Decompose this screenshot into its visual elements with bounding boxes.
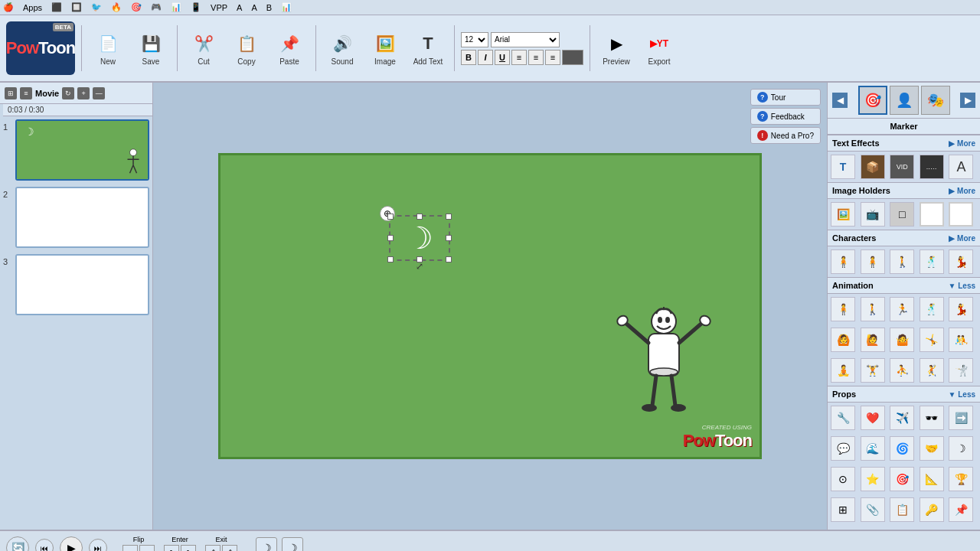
image-holder-2[interactable]: 📺 bbox=[861, 202, 885, 227]
menu-icon[interactable]: — bbox=[93, 87, 105, 99]
prop-9[interactable]: 🤝 bbox=[920, 436, 944, 461]
animation-less[interactable]: ▼ Less bbox=[949, 282, 975, 290]
canvas[interactable]: ⊕ ☽ ⤢ bbox=[218, 153, 762, 459]
add-text-button[interactable]: T Add Text bbox=[408, 21, 448, 75]
text-effect-5[interactable]: A bbox=[949, 155, 973, 179]
anim-5[interactable]: 💃 bbox=[949, 297, 973, 321]
resize-handle-bl[interactable] bbox=[387, 256, 394, 262]
enter-icon-1[interactable]: ⤵ bbox=[164, 545, 179, 551]
export-button[interactable]: ▶YT Export bbox=[639, 21, 679, 75]
anim-4[interactable]: 🕺 bbox=[920, 297, 944, 321]
scene-thumb-1[interactable]: ☽ bbox=[15, 119, 149, 181]
menu-icon-10[interactable]: A bbox=[237, 3, 242, 12]
preview-button[interactable]: ▶ Preview bbox=[596, 21, 636, 75]
font-family-select[interactable]: Arial bbox=[491, 32, 560, 47]
menu-icon-4[interactable]: 🔥 bbox=[111, 2, 122, 12]
anim-2[interactable]: 🚶 bbox=[861, 297, 885, 321]
grid-icon[interactable]: ⊞ bbox=[5, 87, 17, 99]
image-button[interactable]: 🖼️ Image bbox=[365, 21, 405, 75]
text-effect-1[interactable]: T bbox=[831, 155, 855, 179]
text-effect-4[interactable]: ..… bbox=[920, 155, 944, 179]
anim-9[interactable]: 🤸 bbox=[920, 328, 944, 352]
timeline-icon-moon[interactable]: ☽ bbox=[256, 537, 277, 551]
scene-item-2[interactable]: 2 bbox=[3, 187, 149, 248]
move-arrows-icon[interactable]: ⤢ bbox=[416, 261, 423, 272]
scene-thumb-2[interactable] bbox=[15, 187, 149, 248]
underline-button[interactable]: U bbox=[495, 50, 510, 65]
step-forward-button[interactable]: ⏭ bbox=[89, 539, 107, 551]
image-holder-3[interactable]: □ bbox=[890, 202, 914, 227]
char-1[interactable]: 🧍 bbox=[831, 249, 855, 274]
prop-17[interactable]: 📎 bbox=[861, 497, 885, 522]
prop-13[interactable]: 🎯 bbox=[890, 467, 914, 491]
prop-10[interactable]: ☽ bbox=[949, 436, 973, 461]
resize-handle-ml[interactable] bbox=[387, 235, 394, 241]
resize-handle-mr[interactable] bbox=[446, 235, 452, 241]
resize-handle-tr[interactable] bbox=[446, 214, 452, 220]
sound-button[interactable]: 🔊 Sound bbox=[322, 21, 362, 75]
prop-15[interactable]: 🏆 bbox=[949, 467, 973, 491]
text-effect-2[interactable]: 📦 bbox=[861, 155, 885, 179]
prop-4[interactable]: 🕶️ bbox=[920, 406, 944, 430]
image-holder-5[interactable] bbox=[949, 202, 973, 227]
right-nav-button[interactable]: ▶ bbox=[960, 93, 975, 108]
step-back-button[interactable]: ⏮ bbox=[35, 539, 54, 551]
font-size-select[interactable]: 121416 bbox=[461, 32, 488, 47]
cut-button[interactable]: ✂️ Cut bbox=[184, 21, 224, 75]
anim-6[interactable]: 🙆 bbox=[831, 328, 855, 352]
char-3[interactable]: 🚶 bbox=[890, 249, 914, 274]
loop-button[interactable]: 🔄 bbox=[6, 536, 29, 551]
align-right-button[interactable]: ≡ bbox=[545, 50, 560, 65]
prop-18[interactable]: 📋 bbox=[890, 497, 914, 522]
anim-8[interactable]: 🤷 bbox=[890, 328, 914, 352]
prop-11[interactable]: ⊙ bbox=[831, 467, 855, 491]
selected-object[interactable]: ⊕ ☽ ⤢ bbox=[389, 215, 450, 261]
anim-11[interactable]: 🧘 bbox=[831, 358, 855, 383]
resize-handle-tm[interactable] bbox=[416, 214, 423, 220]
prop-8[interactable]: 🌀 bbox=[890, 436, 914, 461]
exit-icon-2[interactable]: ⤴ bbox=[222, 545, 237, 551]
style-thumb-marker[interactable]: 🎯 bbox=[858, 86, 887, 115]
save-button[interactable]: 💾 Save bbox=[131, 21, 171, 75]
tour-button[interactable]: ? Tour bbox=[750, 89, 821, 106]
scene-item-3[interactable]: 3 bbox=[3, 254, 149, 315]
feedback-button[interactable]: ? Feedback bbox=[750, 108, 821, 125]
apps-menu[interactable]: Apps bbox=[23, 3, 42, 12]
main-character[interactable] bbox=[614, 306, 714, 434]
menu-icon-3[interactable]: 🐦 bbox=[91, 2, 102, 12]
menu-icon-7[interactable]: 📊 bbox=[171, 2, 181, 12]
exit-icon-1[interactable]: ⤴ bbox=[205, 545, 220, 551]
align-left-button[interactable]: ≡ bbox=[511, 50, 527, 65]
prop-6[interactable]: 💬 bbox=[831, 436, 855, 461]
text-color-box[interactable] bbox=[562, 50, 583, 65]
menu-icon-1[interactable]: ⬛ bbox=[51, 2, 62, 12]
anim-1[interactable]: 🧍 bbox=[831, 297, 855, 321]
resize-handle-tl[interactable] bbox=[387, 214, 394, 220]
menu-icon-12[interactable]: B bbox=[266, 3, 272, 12]
image-holders-more[interactable]: ▶ More bbox=[949, 187, 975, 195]
style-thumb-2[interactable]: 👤 bbox=[890, 86, 919, 115]
left-nav-button[interactable]: ◀ bbox=[832, 93, 848, 108]
apple-menu[interactable]: 🍎 bbox=[3, 2, 14, 12]
prop-14[interactable]: 📐 bbox=[920, 467, 944, 491]
prop-3[interactable]: ✈️ bbox=[890, 406, 914, 430]
italic-button[interactable]: I bbox=[478, 50, 493, 65]
char-5[interactable]: 💃 bbox=[949, 249, 973, 274]
resize-handle-br[interactable] bbox=[446, 256, 452, 262]
prop-19[interactable]: 🔑 bbox=[920, 497, 944, 522]
prop-7[interactable]: 🌊 bbox=[861, 436, 885, 461]
anim-15[interactable]: 🤺 bbox=[949, 358, 973, 383]
anim-14[interactable]: 🤾 bbox=[920, 358, 944, 383]
menu-icon-13[interactable]: 📊 bbox=[281, 2, 292, 12]
play-button[interactable]: ▶ bbox=[60, 536, 83, 551]
flip-v-icon[interactable]: ↕ bbox=[139, 545, 155, 551]
image-holder-1[interactable]: 🖼️ bbox=[831, 202, 855, 227]
flip-h-icon[interactable]: ↔ bbox=[122, 545, 138, 551]
bold-button[interactable]: B bbox=[461, 50, 476, 65]
prop-16[interactable]: ⊞ bbox=[831, 497, 855, 522]
text-effects-more[interactable]: ▶ More bbox=[949, 139, 975, 148]
list-icon[interactable]: ≡ bbox=[20, 87, 32, 99]
props-less[interactable]: ▼ Less bbox=[949, 390, 975, 399]
enter-icon-2[interactable]: ⤵ bbox=[181, 545, 196, 551]
characters-more[interactable]: ▶ More bbox=[949, 234, 975, 243]
